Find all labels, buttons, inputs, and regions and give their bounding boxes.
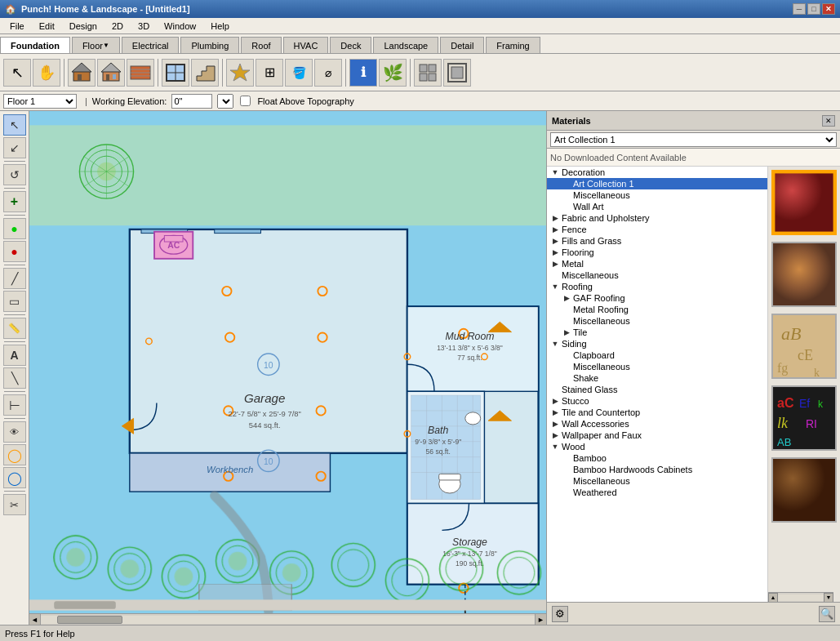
menu-file[interactable]: File bbox=[3, 20, 31, 33]
tree-item-art-collection-1[interactable]: Art Collection 1 bbox=[547, 178, 767, 189]
tree-item-decoration[interactable]: ▼ Decoration bbox=[547, 167, 767, 178]
toolbar-spool[interactable]: ⌀ bbox=[314, 59, 342, 87]
expander-siding[interactable]: ▼ bbox=[550, 339, 560, 349]
tree-item-wall-art[interactable]: Wall Art bbox=[547, 201, 767, 212]
tree-item-wood[interactable]: ▼ Wood bbox=[547, 441, 767, 452]
toolbar-info[interactable]: ℹ bbox=[349, 59, 377, 87]
expander-roofing[interactable]: ▼ bbox=[550, 282, 560, 292]
tree-item-gaf-roofing[interactable]: ▶ GAF Roofing bbox=[547, 292, 767, 304]
tool-dot-green[interactable]: ● bbox=[3, 218, 26, 239]
tool-circle-orange[interactable]: ◯ bbox=[3, 444, 26, 465]
tool-knife[interactable]: ✂ bbox=[3, 494, 26, 515]
expander-flooring[interactable]: ▶ bbox=[550, 247, 560, 257]
art-collection-select[interactable]: Art Collection 1 bbox=[550, 132, 837, 147]
toolbar-view2[interactable] bbox=[443, 59, 471, 87]
tree-item-tile[interactable]: ▶ Tile bbox=[547, 327, 767, 338]
tree-item-miscellaneous-dec[interactable]: Miscellaneous bbox=[547, 189, 767, 201]
canvas-area[interactable]: AC Garage 22'-7 5/8" x 25'-9 7/8" 544 sq… bbox=[29, 111, 546, 625]
tree-item-flooring[interactable]: ▶ Flooring bbox=[547, 247, 767, 258]
expander-wallpaper-faux[interactable]: ▶ bbox=[550, 430, 560, 440]
expander-fills-grass[interactable]: ▶ bbox=[550, 236, 560, 246]
tab-hvac[interactable]: HVAC bbox=[283, 37, 329, 53]
tree-item-roofing[interactable]: ▼ Roofing bbox=[547, 281, 767, 292]
tool-circle-blue[interactable]: ◯ bbox=[3, 467, 26, 488]
expander-gaf-roofing[interactable]: ▶ bbox=[562, 293, 571, 303]
tree-panel[interactable]: ▼ Decoration Art Collection 1 Miscellane… bbox=[547, 167, 768, 602]
scroll-left[interactable]: ◄ bbox=[29, 614, 41, 625]
materials-close-button[interactable]: ✕ bbox=[822, 115, 835, 127]
expander-tile-countertop[interactable]: ▶ bbox=[550, 407, 560, 417]
menu-window[interactable]: Window bbox=[158, 20, 202, 33]
expander-tile[interactable]: ▶ bbox=[562, 327, 571, 337]
expander-decoration[interactable]: ▼ bbox=[550, 167, 560, 177]
tab-foundation[interactable]: Foundation bbox=[0, 37, 70, 53]
tree-item-miscellaneous-wood[interactable]: Miscellaneous bbox=[547, 475, 767, 487]
tool-rect[interactable]: ▭ bbox=[3, 291, 26, 312]
tool-select[interactable]: ↖ bbox=[3, 114, 26, 136]
tool-eye[interactable]: 👁 bbox=[3, 421, 26, 443]
tree-item-miscellaneous-sid[interactable]: Miscellaneous bbox=[547, 361, 767, 372]
toolbar-misc1[interactable] bbox=[226, 59, 254, 87]
tool-direct-select[interactable]: ↙ bbox=[3, 137, 26, 158]
toolbar-window[interactable] bbox=[162, 59, 189, 87]
toolbar-house1[interactable] bbox=[68, 59, 96, 87]
tool-dot-red[interactable]: ● bbox=[3, 241, 26, 262]
tree-item-weathered[interactable]: Weathered bbox=[547, 487, 767, 498]
toolbar-plant[interactable]: 🌿 bbox=[379, 59, 407, 87]
preview-scroll-down[interactable]: ▼ bbox=[824, 593, 833, 603]
tool-text[interactable]: A bbox=[3, 345, 26, 366]
tree-item-stucco[interactable]: ▶ Stucco bbox=[547, 395, 767, 407]
tab-framing[interactable]: Framing bbox=[486, 37, 540, 53]
expander-fence[interactable]: ▶ bbox=[550, 225, 560, 234]
menu-edit[interactable]: Edit bbox=[33, 20, 61, 33]
expander-fabric[interactable]: ▶ bbox=[550, 213, 560, 223]
preview-swatch-1[interactable] bbox=[771, 170, 837, 235]
preview-swatch-3[interactable]: aB cE fg k bbox=[771, 314, 837, 379]
toolbar-house2[interactable] bbox=[97, 59, 125, 87]
tab-plumbing[interactable]: Plumbing bbox=[180, 37, 239, 53]
panel-settings-icon[interactable]: ⚙ bbox=[552, 606, 568, 622]
tab-roof[interactable]: Roof bbox=[241, 37, 281, 53]
expander-wood[interactable]: ▼ bbox=[550, 442, 560, 452]
toolbar-pointer[interactable]: ↖ bbox=[3, 59, 31, 87]
tree-item-metal[interactable]: ▶ Metal bbox=[547, 258, 767, 269]
tree-item-shake[interactable]: Shake bbox=[547, 372, 767, 384]
toolbar-hand[interactable]: ✋ bbox=[33, 59, 60, 87]
tree-item-wall-accessories[interactable]: ▶ Wall Accessories bbox=[547, 418, 767, 430]
tree-item-fabric[interactable]: ▶ Fabric and Upholstery bbox=[547, 212, 767, 224]
preview-swatch-5[interactable] bbox=[771, 457, 837, 523]
preview-swatch-2[interactable] bbox=[771, 242, 837, 307]
tree-item-fills-grass[interactable]: ▶ Fills and Grass bbox=[547, 235, 767, 247]
tool-measure[interactable]: 📏 bbox=[3, 318, 26, 339]
tool-add-point[interactable]: + bbox=[3, 191, 26, 212]
tree-item-wallpaper-faux[interactable]: ▶ Wallpaper and Faux bbox=[547, 430, 767, 441]
toolbar-grid[interactable]: ⊞ bbox=[256, 59, 283, 87]
menu-design[interactable]: Design bbox=[63, 20, 104, 33]
maximize-button[interactable]: □ bbox=[807, 3, 820, 15]
tab-floor[interactable]: Floor bbox=[72, 37, 120, 53]
toolbar-brick[interactable] bbox=[127, 59, 154, 87]
menu-3d[interactable]: 3D bbox=[131, 20, 156, 33]
preview-swatch-4[interactable]: aC Ef k lk RI AB bbox=[771, 385, 837, 451]
minimize-button[interactable]: ─ bbox=[793, 3, 806, 15]
scroll-right[interactable]: ► bbox=[535, 614, 546, 625]
tree-item-miscellaneous-roof[interactable]: Miscellaneous bbox=[547, 315, 767, 327]
panel-search-icon[interactable]: 🔍 bbox=[819, 606, 835, 622]
tree-item-stained-glass[interactable]: Stained Glass bbox=[547, 384, 767, 395]
tree-item-miscellaneous[interactable]: Miscellaneous bbox=[547, 269, 767, 281]
toolbar-stairs[interactable] bbox=[191, 59, 219, 87]
tool-h-divider[interactable]: ⊢ bbox=[3, 394, 26, 416]
toolbar-view1[interactable] bbox=[414, 59, 442, 87]
tab-deck[interactable]: Deck bbox=[330, 37, 371, 53]
menu-help[interactable]: Help bbox=[204, 20, 236, 33]
tree-item-siding[interactable]: ▼ Siding bbox=[547, 338, 767, 349]
tool-rotate[interactable]: ↺ bbox=[3, 164, 26, 185]
titlebar-controls[interactable]: ─ □ ✕ bbox=[793, 3, 835, 15]
tree-item-tile-countertop[interactable]: ▶ Tile and Countertop bbox=[547, 407, 767, 418]
tool-diag[interactable]: ╲ bbox=[3, 367, 26, 389]
tree-item-bamboo-hardwoods[interactable]: Bamboo Hardwoods Cabinets bbox=[547, 464, 767, 475]
tab-detail[interactable]: Detail bbox=[440, 37, 484, 53]
close-button[interactable]: ✕ bbox=[822, 3, 835, 15]
floor-select[interactable]: Floor 1 bbox=[3, 94, 77, 109]
tree-item-fence[interactable]: ▶ Fence bbox=[547, 224, 767, 235]
